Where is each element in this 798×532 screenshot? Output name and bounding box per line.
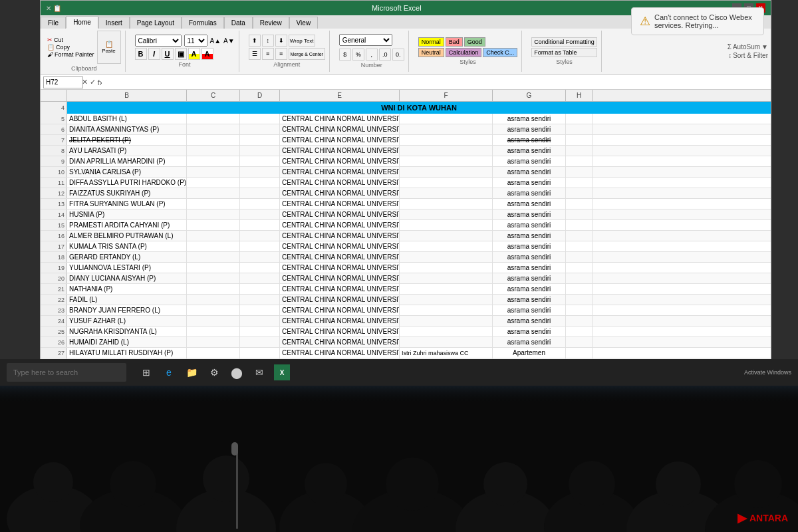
cell-c[interactable] xyxy=(187,114,240,124)
cell-f[interactable] xyxy=(400,241,493,251)
cell-h[interactable] xyxy=(566,167,593,177)
cell-h[interactable] xyxy=(566,124,593,134)
cell-housing[interactable]: asrama sendiri xyxy=(493,199,566,209)
cell-housing[interactable]: asrama sendiri xyxy=(493,209,566,219)
cell-h[interactable] xyxy=(566,263,593,273)
cell-name[interactable]: HILAYATU MILLATI RUSDIYAH (P) xyxy=(67,348,187,358)
tab-view[interactable]: View xyxy=(289,17,319,29)
cell-d[interactable] xyxy=(240,337,280,347)
cell-university[interactable]: CENTRAL CHINA NORMAL UNIVERSITY xyxy=(280,156,400,166)
tab-formulas[interactable]: Formulas xyxy=(182,17,224,29)
align-middle-button[interactable]: ↕ xyxy=(262,35,274,47)
tab-file[interactable]: File xyxy=(41,17,66,29)
cell-housing[interactable]: asrama sendiri xyxy=(493,241,566,251)
confirm-icon[interactable]: ✓ xyxy=(90,78,96,86)
settings-icon[interactable]: ⚙ xyxy=(206,364,222,380)
cell-university[interactable]: CENTRAL CHINA NORMAL UNIVERSITY xyxy=(280,263,400,273)
col-header-f[interactable]: F xyxy=(400,90,493,101)
cell-h[interactable] xyxy=(566,188,593,198)
cell-name[interactable]: GERARD ERTANDY (L) xyxy=(67,252,187,262)
align-bottom-button[interactable]: ⬇ xyxy=(275,35,287,47)
cell-f[interactable] xyxy=(400,135,493,145)
cell-name[interactable]: FADIL (L) xyxy=(67,295,187,305)
cell-h[interactable] xyxy=(566,220,593,230)
cell-name[interactable]: DIFFA ASSYLLA PUTRI HARDOKO (P) xyxy=(67,178,187,188)
cell-h[interactable] xyxy=(566,327,593,336)
cell-c[interactable] xyxy=(187,348,240,358)
cell-f[interactable] xyxy=(400,146,493,156)
cell-c[interactable] xyxy=(187,305,240,315)
cell-d[interactable] xyxy=(240,327,280,336)
cell-housing[interactable]: asrama sendiri xyxy=(493,295,566,305)
cell-c[interactable] xyxy=(187,188,240,198)
cell-c[interactable] xyxy=(187,124,240,134)
cell-name[interactable]: SYLVANIA CARLISA (P) xyxy=(67,167,187,177)
cell-f[interactable] xyxy=(400,114,493,124)
cell-university[interactable]: CENTRAL CHINA NORMAL UNIVERSITY xyxy=(280,295,400,305)
font-color-button[interactable]: A xyxy=(201,48,213,60)
cell-f[interactable] xyxy=(400,188,493,198)
sort-filter-label[interactable]: Sort & Filter xyxy=(733,52,768,59)
increase-decimal-button[interactable]: .0 xyxy=(379,49,391,61)
tab-home[interactable]: Home xyxy=(66,16,98,29)
cell-c[interactable] xyxy=(187,146,240,156)
decrease-decimal-button[interactable]: 0. xyxy=(392,49,404,61)
cell-f[interactable] xyxy=(400,284,493,294)
cell-university[interactable]: CENTRAL CHINA NORMAL UNIVERSITY xyxy=(280,114,400,124)
cell-university[interactable]: CENTRAL CHINA NORMAL UNIVERSITY xyxy=(280,305,400,315)
cell-name[interactable]: PRAMESTI ARDITA CAHYANI (P) xyxy=(67,220,187,230)
cell-housing[interactable]: asrama sendiri xyxy=(493,156,566,166)
cell-f[interactable] xyxy=(400,273,493,283)
cell-name[interactable]: AYU LARASATI (P) xyxy=(67,146,187,156)
cell-c[interactable] xyxy=(187,167,240,177)
cell-h[interactable] xyxy=(566,156,593,166)
cell-h[interactable] xyxy=(566,316,593,326)
cell-d[interactable] xyxy=(240,316,280,326)
font-size-select[interactable]: 11 xyxy=(184,35,207,47)
cell-name[interactable]: DIANY LUCIANA AISYAH (P) xyxy=(67,273,187,283)
style-bad[interactable]: Bad xyxy=(446,37,463,47)
cell-h[interactable] xyxy=(566,146,593,156)
cell-housing[interactable]: asrama sendiri xyxy=(493,167,566,177)
cell-d[interactable] xyxy=(240,295,280,305)
cell-housing[interactable]: asrama sendiri xyxy=(493,316,566,326)
cell-f[interactable] xyxy=(400,231,493,241)
cell-university[interactable]: CENTRAL CHINA NORMAL UNIVERSITY xyxy=(280,178,400,188)
style-calculation[interactable]: Calculation xyxy=(446,48,482,57)
cell-university[interactable]: CENTRAL CHINA NORMAL UNIVERSITY xyxy=(280,284,400,294)
cell-university[interactable]: CENTRAL CHINA NORMAL UNIVERSITY xyxy=(280,124,400,134)
cell-f[interactable]: Istri Zuhri mahasiswa CC xyxy=(400,348,493,358)
cell-housing[interactable]: asrama sendiri xyxy=(493,146,566,156)
cell-name[interactable]: JELITA PEKERTI (P) xyxy=(67,135,187,145)
cell-f[interactable] xyxy=(400,295,493,305)
cell-d[interactable] xyxy=(240,146,280,156)
cell-housing[interactable]: asrama sendiri xyxy=(493,124,566,134)
align-right-button[interactable]: ≡ xyxy=(275,48,287,60)
cell-housing[interactable]: asrama sendiri xyxy=(493,327,566,336)
cell-university[interactable]: CENTRAL CHINA NORMAL UNIVERSITY xyxy=(280,220,400,230)
cell-f[interactable] xyxy=(400,305,493,315)
cell-university[interactable]: CENTRAL CHINA NORMAL UNIVERSITY xyxy=(280,337,400,347)
border-button[interactable]: ▣ xyxy=(175,48,187,60)
windows-icon[interactable]: ⊞ xyxy=(138,364,154,380)
align-top-button[interactable]: ⬆ xyxy=(249,35,261,47)
cell-h[interactable] xyxy=(566,135,593,145)
cell-d[interactable] xyxy=(240,348,280,358)
cell-d[interactable] xyxy=(240,220,280,230)
wrap-text-button[interactable]: Wrap Text xyxy=(289,35,315,47)
col-header-b[interactable]: B xyxy=(67,90,187,101)
cell-d[interactable] xyxy=(240,305,280,315)
cell-name[interactable]: ALMER BELMIRO PUTRAWAN (L) xyxy=(67,231,187,241)
style-good[interactable]: Good xyxy=(464,37,485,47)
tab-page-layout[interactable]: Page Layout xyxy=(130,17,182,29)
cell-f[interactable] xyxy=(400,209,493,219)
formula-input[interactable] xyxy=(102,76,768,88)
cell-d[interactable] xyxy=(240,167,280,177)
percent-button[interactable]: % xyxy=(352,49,364,61)
cell-d[interactable] xyxy=(240,199,280,209)
cell-h[interactable] xyxy=(566,241,593,251)
cell-c[interactable] xyxy=(187,135,240,145)
name-box[interactable] xyxy=(43,76,83,88)
cell-h[interactable] xyxy=(566,252,593,262)
cell-university[interactable]: CENTRAL CHINA NORMAL UNIVERSITY xyxy=(280,252,400,262)
